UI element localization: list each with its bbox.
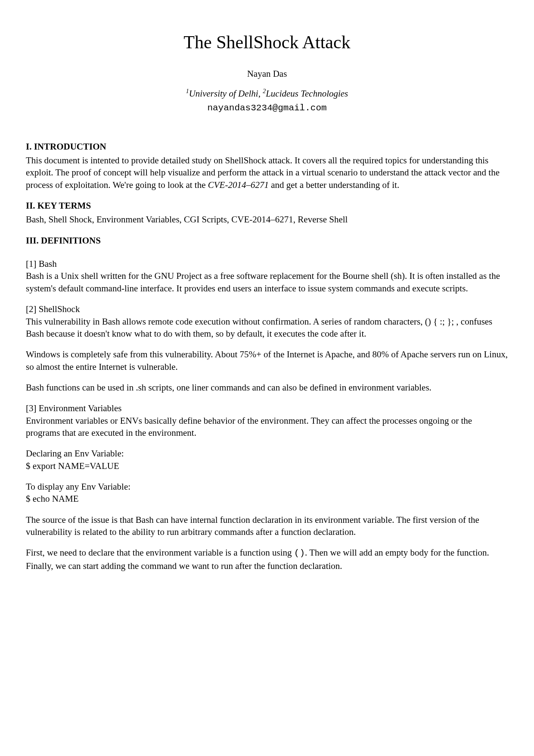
affiliation-sup-1: 1 (186, 88, 189, 94)
env-declare-label: Declaring an Env Variable: (26, 447, 508, 459)
definition-shellshock-p2: Windows is completely safe from this vul… (26, 348, 508, 373)
definition-shellshock-p1: This vulnerability in Bash allows remote… (26, 316, 508, 340)
env-display-block: To display any Env Variable: $ echo NAME (26, 481, 508, 505)
definition-shellshock: [2] ShellShock This vulnerability in Bas… (26, 303, 508, 394)
definition-env-p3: First, we need to declare that the envir… (26, 547, 508, 572)
affiliation-2: Lucideus Technologies (266, 88, 348, 99)
definition-env-p2: The source of the issue is that Bash can… (26, 514, 508, 538)
env-p3-text-a: First, we need to declare that the envir… (26, 547, 294, 558)
introduction-paragraph: This document is intented to provide det… (26, 154, 508, 191)
section-definitions: III. DEFINITIONS [1] Bash Bash is a Unix… (26, 234, 508, 572)
affiliations: 1University of Delhi, 2Lucideus Technolo… (26, 87, 508, 100)
env-display-command: $ echo NAME (26, 493, 508, 505)
env-declare-block: Declaring an Env Variable: $ export NAME… (26, 447, 508, 472)
env-p3-mono: () (294, 548, 305, 558)
section-introduction: I. INTRODUCTION This document is intente… (26, 141, 508, 191)
key-terms-list: Bash, Shell Shock, Environment Variables… (26, 213, 508, 225)
author-email: nayandas3234@gmail.com (26, 102, 508, 114)
env-declare-command: $ export NAME=VALUE (26, 460, 508, 472)
intro-text-b: and get a better understanding of it. (269, 180, 399, 190)
section-heading-definitions: III. DEFINITIONS (26, 234, 508, 247)
cve-reference: CVE-2014–6271 (208, 180, 269, 190)
author-name: Nayan Das (26, 68, 508, 80)
section-key-terms: II. KEY TERMS Bash, Shell Shock, Environ… (26, 200, 508, 226)
section-heading-key-terms: II. KEY TERMS (26, 200, 508, 212)
definition-env-p1: Environment variables or ENVs basically … (26, 415, 508, 439)
section-heading-introduction: I. INTRODUCTION (26, 141, 508, 153)
env-display-label: To display any Env Variable: (26, 481, 508, 493)
definition-heading-env: [3] Environment Variables (26, 402, 508, 414)
definition-shellshock-p3: Bash functions can be used in .sh script… (26, 381, 508, 394)
definition-heading-shellshock: [2] ShellShock (26, 303, 508, 315)
definition-bash-p1: Bash is a Unix shell written for the GNU… (26, 270, 508, 294)
affiliation-1: University of Delhi, (189, 88, 263, 99)
definition-bash: [1] Bash Bash is a Unix shell written fo… (26, 258, 508, 294)
paper-title: The ShellShock Attack (26, 30, 508, 55)
definition-heading-bash: [1] Bash (26, 258, 508, 270)
definition-env-variables: [3] Environment Variables Environment va… (26, 402, 508, 572)
